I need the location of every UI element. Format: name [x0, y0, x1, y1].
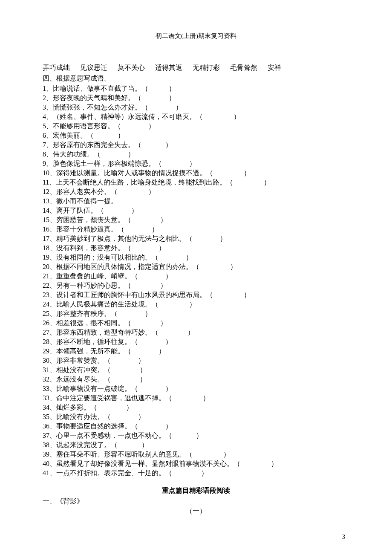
list-item: 10、深得难以测量。比喻对人或事物的情况捉摸不透。（ ） — [43, 168, 349, 178]
list-item: 38、说起来没完没了。（ ） — [43, 440, 349, 450]
list-item: 25、形容整齐有秩序。（ ） — [43, 309, 349, 318]
list-item: 31、相处没有冲突。（ ） — [43, 365, 349, 375]
section-four-title: 四、根据意思写成语。 — [43, 74, 349, 83]
list-item: 26、相差很远，很不相同。（ ） — [43, 318, 349, 328]
list-item: 39、塞住耳朵不听。形容不愿听取别人的意见。（ ） — [43, 450, 349, 459]
idioms-correction-row: 弄巧成绌 见议思迁 莫不关心 适得其返 无精打彩 毛骨耸然 安祥 — [43, 64, 349, 72]
list-item: 35、比喻没有办法。（ ） — [43, 412, 349, 422]
list-item: 41、一点不打折扣。表示完全、十足的。（ ） — [43, 468, 349, 478]
idiom-definition-list: 1、比喻说话、做事不直截了当。（ ） 2、形容夜晚的天气晴和美好。（ ） 3、慌… — [43, 84, 349, 478]
reading-section-title: 重点篇目精彩语段阅读 — [43, 486, 349, 495]
list-item: 5、不能够用语言形容。（ ） — [43, 121, 349, 131]
essay-heading: 一、《背影》 — [43, 497, 349, 506]
list-item: 23、设计者和工匠师的胸怀中有山水风景的构思布局。（ ） — [43, 290, 349, 300]
list-item: 15、穷困愁苦，颓丧失意。（ ） — [43, 215, 349, 225]
list-item: 4、（姓名、事件、精神等）永远流传，不可磨灭。（ ） — [43, 112, 349, 121]
list-item: 9、脸色像泥土一样，形容极端惊恐。（ ） — [43, 159, 349, 168]
list-item: 32、永远没有尽头。（ ） — [43, 375, 349, 384]
list-item: 37、心里一点不受感动，一点也不动心。（ ） — [43, 431, 349, 440]
list-item: 27、形容东西精致，造型奇特巧妙。（ ） — [43, 328, 349, 337]
list-item: 14、离开了队伍。（ ） — [43, 206, 349, 215]
list-item: 33、比喻事物没有一点破绽。（ ） — [43, 384, 349, 393]
list-item: 22、另有一种巧妙的心思。（ ） — [43, 281, 349, 290]
list-item: 29、本领高强，无所不能。（ ） — [43, 347, 349, 356]
list-item: 19、没有相同的；没有可以相比的。（ ） — [43, 253, 349, 262]
list-item: 20、根据不同地区的具体情况，指定适宜的办法。（ ） — [43, 262, 349, 272]
list-item: 1、比喻说话、做事不直截了当。（ ） — [43, 84, 349, 93]
list-item: 21、重重叠叠的山峰、峭壁。（ ） — [43, 272, 349, 281]
list-item: 7、形容原有的东西完全失去。（ ） — [43, 140, 349, 150]
list-item: 30、形容非常赞赏。（ ） — [43, 356, 349, 365]
list-item: 3、慌慌张张，不知怎么办才好。（ ） — [43, 103, 349, 112]
list-item: 28、形容不断地，循环往复。（ ） — [43, 337, 349, 347]
essay-part-label: （一） — [43, 507, 349, 516]
list-item: 18、没有料到，形容意外。（ ） — [43, 243, 349, 253]
list-item: 24、比喻人民极其痛苦的生活处境。（ ） — [43, 300, 349, 309]
document-page: 初二语文(上册)期末复习资料 弄巧成绌 见议思迁 莫不关心 适得其返 无精打彩 … — [0, 0, 392, 555]
list-item: 34、灿烂多彩。（ ） — [43, 403, 349, 412]
list-item: 33、命中注定要遭受祸害，逃也逃不掉。（ ） — [43, 393, 349, 403]
page-number: 3 — [342, 534, 345, 541]
list-item: 11、上天不会断绝人的生路，比喻身处绝境，终能找到出路。（ ） — [43, 178, 349, 187]
list-item: 12、形容人老实本分。（ ） — [43, 187, 349, 197]
list-item: 6、宏伟美丽。（ ） — [43, 131, 349, 140]
page-header-title: 初二语文(上册)期末复习资料 — [43, 32, 349, 40]
list-item: 36、事物要适应自然的选择。（ ） — [43, 422, 349, 431]
list-item: 16、形容十分精妙逼真。（ ） — [43, 225, 349, 234]
list-item: 13、微小而不值得一提。 — [43, 197, 349, 206]
list-item: 8、伟大的功绩。（ ） — [43, 150, 349, 159]
list-item: 2、形容夜晚的天气晴和美好。（ ） — [43, 93, 349, 103]
list-item: 17、精巧美妙到了极点，其他的无法与之相比。（ ） — [43, 234, 349, 243]
list-item: 40、虽然看见了却好像没看见一样。显然对眼前事物漠不关心。（ ） — [43, 459, 349, 468]
